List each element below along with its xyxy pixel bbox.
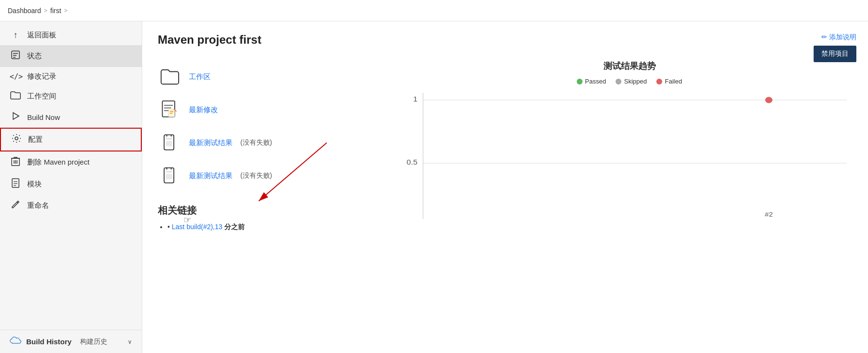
sidebar-item-configure[interactable]: 配置	[0, 128, 142, 151]
gear-icon	[11, 134, 22, 146]
sidebar: ↑ 返回面板 状态 </> 修改记录	[0, 21, 142, 353]
failed-dot	[656, 79, 662, 84]
code-icon: </>	[10, 72, 21, 81]
related-section: 相关链接 • Last build(#2),13 分之前	[158, 204, 391, 232]
sidebar-item-changes-label: 修改记录	[27, 72, 56, 81]
svg-rect-26	[166, 171, 172, 172]
sidebar-item-status[interactable]: 状态	[0, 45, 142, 67]
link-item-test2: 最新测试结果 (没有失败)	[158, 159, 391, 192]
svg-point-34	[766, 97, 772, 103]
sidebar-item-delete-label: 删除 Maven project	[27, 158, 89, 167]
page-title: Maven project first	[158, 33, 852, 47]
add-description-button[interactable]: ✏ 添加说明	[821, 33, 856, 42]
play-icon	[10, 112, 21, 123]
breadcrumb-project[interactable]: first	[50, 7, 62, 15]
test1-suffix: (没有失败)	[240, 138, 272, 147]
legend-passed-label: Passed	[585, 78, 606, 85]
chart-title: 测试结果趋势	[406, 60, 852, 72]
sidebar-item-rename-label: 重命名	[27, 201, 49, 210]
breadcrumb: Dashboard > first >	[0, 0, 868, 21]
svg-rect-27	[166, 174, 172, 179]
chart-panel: 测试结果趋势 Passed Skipped Failed	[406, 60, 852, 235]
top-right-actions: ✏ 添加说明 禁用项目	[814, 33, 856, 62]
content-area: ✏ 添加说明 禁用项目 Maven project first 工作区	[142, 21, 868, 353]
sidebar-nav: ↑ 返回面板 状态 </> 修改记录	[0, 21, 142, 330]
passed-dot	[577, 79, 583, 84]
svg-point-5	[15, 137, 18, 140]
svg-text:#2: #2	[765, 211, 773, 218]
test2-suffix: (没有失败)	[240, 171, 272, 180]
workspace-link-icon	[158, 65, 181, 88]
workspace-link[interactable]: 工作区	[189, 72, 211, 82]
test1-link-icon	[158, 131, 181, 154]
legend-skipped: Skipped	[616, 78, 647, 85]
svg-text:1: 1	[413, 95, 417, 103]
breadcrumb-sep1: >	[44, 7, 48, 14]
related-list: • Last build(#2),13 分之前	[158, 223, 391, 232]
related-title: 相关链接	[158, 204, 391, 217]
link-list: 工作区	[158, 60, 391, 192]
legend-skipped-label: Skipped	[624, 78, 647, 85]
trash-icon	[10, 156, 21, 168]
last-build-link[interactable]: Last build(#2),13	[172, 223, 222, 231]
svg-text:0.5: 0.5	[407, 158, 417, 166]
sidebar-item-changes[interactable]: </> 修改记录	[0, 67, 142, 86]
cloud-icon	[10, 336, 21, 347]
list-item: • Last build(#2),13 分之前	[167, 223, 391, 232]
sidebar-item-rename[interactable]: 重命名	[0, 195, 142, 216]
test2-link-icon	[158, 164, 181, 187]
pencil-icon	[10, 200, 21, 211]
breadcrumb-dashboard[interactable]: Dashboard	[8, 7, 41, 15]
sidebar-build-history[interactable]: Build History 构建历史 ∨	[0, 330, 142, 353]
sidebar-item-build-now[interactable]: Build Now	[0, 107, 142, 128]
sidebar-item-build-now-label: Build Now	[27, 113, 60, 121]
chart-area: 1 0.5 #2	[406, 93, 852, 219]
sidebar-item-workspace[interactable]: 工作空间	[0, 86, 142, 107]
changes-link[interactable]: 最新修改	[189, 105, 218, 115]
folder-icon	[10, 91, 21, 102]
legend-failed-label: Failed	[665, 78, 682, 85]
time-ago: 分之前	[224, 223, 245, 231]
svg-rect-23	[166, 138, 172, 139]
svg-rect-24	[166, 141, 172, 146]
link-item-test1: 最新测试结果 (没有失败)	[158, 126, 391, 159]
sidebar-item-modules[interactable]: 模块	[0, 173, 142, 195]
sidebar-item-workspace-label: 工作空间	[27, 92, 56, 101]
breadcrumb-sep2: >	[64, 7, 67, 14]
link-item-changes: 最新修改	[158, 93, 391, 126]
legend-passed: Passed	[577, 78, 606, 85]
chart-svg: 1 0.5 #2	[406, 93, 852, 219]
chevron-down-icon: ∨	[128, 338, 132, 345]
svg-marker-4	[13, 113, 19, 119]
chart-legend: Passed Skipped Failed	[406, 78, 852, 85]
sidebar-item-configure-label: 配置	[28, 135, 43, 144]
svg-rect-11	[12, 179, 19, 187]
legend-failed: Failed	[656, 78, 682, 85]
disable-button[interactable]: 禁用项目	[814, 46, 856, 62]
test1-link[interactable]: 最新测试结果	[189, 138, 233, 148]
test2-link[interactable]: 最新测试结果	[189, 171, 233, 181]
module-icon	[10, 178, 21, 190]
link-item-workspace: 工作区	[158, 60, 391, 93]
build-history-cn-label: 构建历史	[80, 337, 107, 346]
sidebar-item-modules-label: 模块	[27, 180, 42, 189]
build-history-label: Build History	[26, 337, 71, 346]
skipped-dot	[616, 79, 621, 84]
changes-link-icon	[158, 98, 181, 121]
sidebar-item-delete[interactable]: 删除 Maven project	[0, 151, 142, 173]
sidebar-item-status-label: 状态	[27, 51, 42, 61]
sidebar-item-back-label: 返回面板	[27, 31, 56, 40]
status-icon	[10, 50, 21, 62]
content-grid: 工作区	[158, 60, 852, 235]
up-icon: ↑	[10, 30, 21, 40]
sidebar-item-back[interactable]: ↑ 返回面板	[0, 25, 142, 45]
left-panel: 工作区	[158, 60, 391, 235]
